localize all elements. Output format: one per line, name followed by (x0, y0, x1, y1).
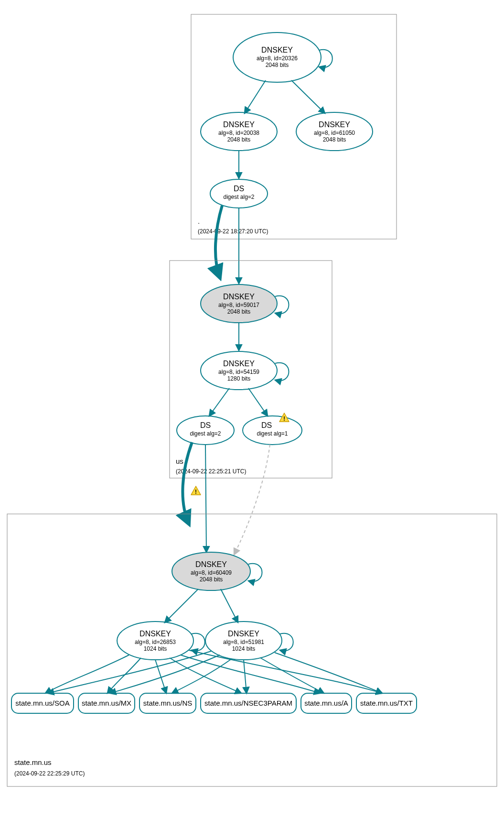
edge-uszsk-ds1 (209, 388, 229, 416)
zone-root: DNSKEY alg=8, id=20326 2048 bits DNSKEY … (191, 14, 397, 239)
e-z2-n3p (244, 660, 247, 693)
rrset-nsec3param: state.mn.us/NSEC3PARAM (201, 693, 296, 713)
edge-rootksk-zsk1 (245, 80, 266, 113)
rrset-ns: state.mn.us/NS (139, 693, 196, 713)
svg-text:!: ! (195, 489, 197, 495)
rrset-mx-label: state.mn.us/MX (82, 699, 131, 707)
e-z2-txt (275, 653, 382, 693)
us-zone-ts: (2024-09-22 22:25:21 UTC) (176, 468, 246, 475)
rrset-a: state.mn.us/A (301, 693, 352, 713)
root-zsk1-bits: 2048 bits (227, 136, 251, 143)
rrset-txt: state.mn.us/TXT (356, 693, 417, 713)
state-zsk2-bits: 1024 bits (232, 645, 256, 652)
svg-text:!: ! (283, 415, 285, 422)
root-zsk1-node: DNSKEY alg=8, id=20038 2048 bits (201, 112, 277, 151)
root-zsk2-bits: 2048 bits (323, 136, 346, 143)
e-z1-soa (45, 655, 129, 693)
state-zsk2-node: DNSKEY alg=8, id=51981 1024 bits (205, 622, 282, 660)
root-ksk-alg: alg=8, id=20326 (257, 55, 298, 62)
state-ksk-node: DNSKEY alg=8, id=60409 2048 bits (172, 552, 250, 590)
root-ksk-bits: 2048 bits (266, 62, 289, 68)
root-zsk2-alg: alg=8, id=61050 (314, 130, 355, 136)
root-zsk2-title: DNSKEY (319, 120, 350, 129)
rrset-ns-label: state.mn.us/NS (143, 699, 193, 707)
state-zsk1-alg: alg=8, id=26853 (135, 639, 176, 645)
us-ds2-title: DS (261, 421, 272, 429)
edge-stateksk-zsk1 (165, 589, 198, 622)
us-ksk-bits: 2048 bits (227, 308, 251, 315)
us-zsk-title: DNSKEY (223, 360, 255, 368)
us-ds1-alg: digest alg=2 (190, 430, 221, 437)
edge-usds1-stateksk (205, 445, 206, 552)
root-ksk-node: DNSKEY alg=8, id=20326 2048 bits (233, 33, 321, 82)
root-ds-title: DS (234, 185, 244, 193)
rrset-a-label: state.mn.us/A (304, 699, 348, 707)
root-zsk2-node: DNSKEY alg=8, id=61050 2048 bits (296, 112, 373, 151)
us-ksk-title: DNSKEY (223, 293, 255, 301)
state-zsk1-bits: 1024 bits (144, 645, 167, 652)
state-zsk2-title: DNSKEY (228, 630, 259, 638)
us-ds1-title: DS (200, 421, 211, 429)
edge-stateksk-zsk2 (221, 589, 238, 622)
us-zone-label: us (176, 457, 183, 465)
root-zsk1-alg: alg=8, id=20038 (218, 130, 259, 136)
edge-root-to-us-thick (215, 206, 222, 277)
edge-rootksk-zsk2 (291, 80, 325, 113)
us-ksk-alg: alg=8, id=59017 (218, 302, 259, 308)
state-zsk1-node: DNSKEY alg=8, id=26853 1024 bits (117, 622, 193, 660)
us-ds2-node: DS digest alg=1 ! (243, 413, 302, 445)
us-ds2-alg: digest alg=1 (257, 430, 288, 437)
rrset-soa-label: state.mn.us/SOA (15, 699, 69, 707)
state-ksk-bits: 2048 bits (200, 576, 223, 583)
zone-state: DNSKEY alg=8, id=60409 2048 bits DNSKEY … (7, 514, 497, 786)
state-ksk-alg: alg=8, id=60409 (191, 569, 232, 576)
edge-us-to-state-thick (182, 442, 192, 524)
us-zsk-node: DNSKEY alg=8, id=54159 1280 bits (201, 351, 277, 390)
state-ksk-title: DNSKEY (195, 560, 227, 568)
root-ksk-title: DNSKEY (261, 46, 293, 54)
e-z2-a (260, 658, 324, 693)
state-zone-label: state.mn.us (14, 758, 52, 766)
edge-uszsk-ds2 (248, 388, 268, 416)
rrset-mx: state.mn.us/MX (78, 693, 135, 713)
edge-usds2-stateksk-dashed (234, 445, 270, 555)
e-z2-ns (172, 659, 232, 693)
us-zsk-bits: 1280 bits (227, 375, 251, 382)
state-zone-ts: (2024-09-22 22:25:29 UTC) (14, 770, 85, 777)
us-zsk-alg: alg=8, id=54159 (218, 369, 259, 375)
state-zsk2-alg: alg=8, id=51981 (223, 639, 264, 645)
us-ksk-node: DNSKEY alg=8, id=59017 2048 bits (201, 284, 277, 323)
us-ds1-node: DS digest alg=2 (177, 416, 234, 445)
warn-icon: ! (191, 486, 201, 495)
zone-us: DNSKEY alg=8, id=59017 2048 bits DNSKEY … (170, 261, 332, 478)
rrset-n3p-label: state.mn.us/NSEC3PARAM (204, 699, 292, 707)
root-zone-ts: (2024-09-22 18:27:20 UTC) (198, 228, 268, 235)
state-zsk1-title: DNSKEY (139, 630, 171, 638)
rrset-soa: state.mn.us/SOA (11, 693, 74, 713)
root-zone-label: . (198, 217, 200, 225)
e-z2-soa (48, 651, 211, 693)
root-ds-node: DS digest alg=2 (210, 179, 268, 208)
root-ds-alg: digest alg=2 (223, 194, 254, 200)
rrset-txt-label: state.mn.us/TXT (360, 699, 413, 707)
root-zsk1-title: DNSKEY (223, 120, 255, 129)
dnssec-graph: DNSKEY alg=8, id=20326 2048 bits DNSKEY … (0, 0, 504, 818)
